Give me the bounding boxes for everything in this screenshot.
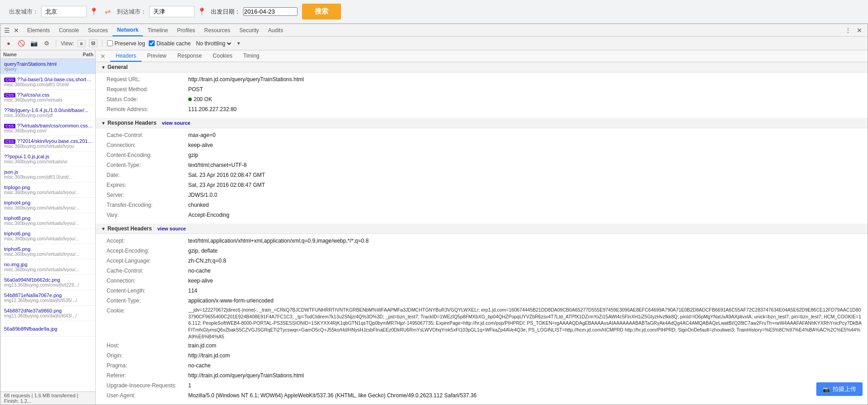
cache-control-value: max-age=0: [188, 131, 862, 139]
list-item[interactable]: 54b8872dNe37a9860.png img11.360buying.co…: [0, 306, 95, 321]
file-path: misc.360buying.com//virtuals: [4, 98, 93, 102]
response-headers-section-header[interactable]: ▼ Response Headers view source: [96, 118, 868, 128]
list-item[interactable]: CSS??ui-base/1.0/ui-base.css,shortcut/..…: [0, 74, 95, 90]
list-item[interactable]: 56a89b8fNfbaade9a.jpg: [0, 321, 95, 337]
list-item[interactable]: triplogo.png misc.360buying.com//virtual…: [0, 182, 95, 198]
list-item[interactable]: 54b8871eNa9a7067e.png img12.360buying.co…: [0, 290, 95, 306]
file-path: img11.360buying.com/da/jfs/t643/.../: [4, 313, 93, 318]
user-agent-value: Mozilla/5.0 (Windows NT 6.1; WOW64) Appl…: [188, 391, 862, 400]
from-city-input[interactable]: [41, 6, 87, 17]
tab-security[interactable]: Security: [235, 24, 263, 36]
transfer-encoding-value: chunked: [188, 201, 862, 209]
file-path: misc.360buying.com/jdf/1.0/unit/: [4, 82, 93, 87]
tab-console[interactable]: Console: [54, 24, 83, 36]
request-headers-section-header[interactable]: ▼ Request Headers view source: [96, 224, 868, 234]
from-city-label: 出发城市：: [9, 8, 39, 16]
preserve-log-checkbox[interactable]: Preserve log: [107, 40, 145, 47]
file-name: 56a89b8fNfbaade9a.jpg: [4, 326, 93, 332]
view-label: View:: [61, 40, 74, 47]
tab-sources[interactable]: Sources: [83, 24, 112, 36]
file-path: /query: [4, 67, 93, 72]
throttle-select[interactable]: No throttling Offline Slow 3G Fast 3G: [194, 40, 233, 47]
sub-tab-preview[interactable]: Preview: [141, 50, 172, 62]
detail-content: ▼ General Request URL: http://train.jd.c…: [96, 62, 868, 405]
swap-icon: ⇌: [105, 8, 111, 15]
list-item[interactable]: CSS??virtuals/train/css/common.css,virt.…: [0, 121, 95, 136]
search-button[interactable]: 搜索: [302, 4, 341, 20]
list-item[interactable]: triphot6.png misc.360buying.com//virtual…: [0, 229, 95, 244]
tab-profiles[interactable]: Profiles: [172, 24, 200, 36]
file-name: 54b8871eNa9a7067e.png: [4, 293, 93, 298]
devtools-close-icon[interactable]: ✕: [12, 26, 21, 35]
status-code-row: Status Code: 200 OK: [107, 94, 862, 104]
server-key: Server:: [107, 191, 188, 199]
connection-value: keep-alive: [188, 141, 862, 149]
tab-timeline[interactable]: Timeline: [143, 24, 172, 36]
file-name: triphot5.png: [4, 246, 93, 252]
list-item[interactable]: queryTrainStations.html /query: [0, 59, 95, 74]
server-row: Server: JDWS/1.0.0: [107, 190, 862, 200]
origin-key: Origin:: [107, 351, 188, 360]
vary-value: Accept-Encoding: [188, 211, 862, 219]
form-data-section-header[interactable]: ▼ Form Data view source view URL encoded: [96, 404, 868, 405]
more-options-icon[interactable]: ⋮: [843, 26, 853, 35]
sub-tab-headers[interactable]: Headers: [110, 50, 141, 62]
tab-network[interactable]: Network: [112, 24, 143, 36]
close-detail-button[interactable]: ✕: [98, 53, 108, 60]
connection-row: Connection: keep-alive: [107, 140, 862, 150]
sub-tab-response[interactable]: Response: [172, 50, 207, 62]
list-item[interactable]: CSS??ui/css/ui.css misc.360buying.com//v…: [0, 90, 95, 105]
tab-audits[interactable]: Audits: [263, 24, 288, 36]
sub-tab-timing[interactable]: Timing: [238, 50, 265, 62]
host-row: Host: train.jd.com: [107, 341, 862, 351]
disable-cache-checkbox[interactable]: Disable cache: [149, 40, 190, 47]
list-item[interactable]: triphot8.png misc.360buying.com//virtual…: [0, 213, 95, 229]
req-connection-row: Connection: keep-alive: [107, 276, 862, 286]
list-item[interactable]: json.js misc.360buying.com/jdf/1.0/unit/…: [0, 167, 95, 182]
list-item[interactable]: ??popui-1.0.js,jcal.js misc.360buying.co…: [0, 151, 95, 167]
request-url-row: Request URL: http://train.jd.com/query/q…: [107, 74, 862, 84]
tab-resources[interactable]: Resources: [200, 24, 234, 36]
expires-key: Expires:: [107, 181, 188, 189]
throttle-arrow: ▼: [236, 41, 241, 46]
list-item[interactable]: triphot4.png misc.360buying.com//virtual…: [0, 198, 95, 213]
devtools-tab-bar: ☰ ✕ Elements Console Sources Network Tim…: [0, 24, 868, 37]
to-city-label: 到达城市：: [117, 8, 146, 16]
camera-button[interactable]: 📷: [29, 39, 39, 48]
list-item[interactable]: CSS??2014/skin/lvyou.base.css,2015/css..…: [0, 136, 95, 151]
clear-button[interactable]: 🚫: [17, 39, 26, 48]
filter-button[interactable]: ⚙: [42, 39, 51, 48]
file-path: misc.360buying.com/: [4, 128, 93, 133]
accept-key: Accept:: [107, 237, 188, 245]
swap-button[interactable]: ⇌: [103, 7, 112, 16]
request-headers-view-source[interactable]: view source: [157, 226, 186, 231]
general-section-header[interactable]: ▼ General: [96, 62, 868, 73]
to-city-input[interactable]: [149, 6, 195, 17]
upload-button[interactable]: 📷 拍摄上传: [816, 382, 863, 396]
list-item[interactable]: triphot5.png misc.360buying.com//virtual…: [0, 244, 95, 259]
list-item[interactable]: 56a0a994Nf1b662dc.png img13.360buying.co…: [0, 275, 95, 290]
record-button[interactable]: ●: [4, 39, 13, 48]
response-headers-view-source[interactable]: view source: [162, 120, 190, 126]
file-name: ??lib/jquery-1.6.4.js,/1.0.0/unit/base/.…: [4, 107, 93, 113]
grid-view-btn[interactable]: ⊟: [89, 39, 98, 47]
status-code-value: 200 OK: [188, 95, 862, 103]
list-item[interactable]: ??lib/jquery-1.6.4.js,/1.0.0/unit/base/.…: [0, 105, 95, 121]
devtools-menu-icon[interactable]: ☰: [2, 26, 12, 35]
request-headers-title: Request Headers: [107, 225, 152, 232]
expires-row: Expires: Sat, 23 Apr 2016 02:08:47 GMT: [107, 180, 862, 190]
preserve-log-input[interactable]: [107, 40, 113, 46]
file-list-items: queryTrainStations.html /query CSS??ui-b…: [0, 59, 95, 391]
to-location-icon: 📍: [197, 7, 206, 16]
list-view-btn[interactable]: ≡: [78, 40, 85, 47]
server-value: JDWS/1.0.0: [188, 191, 862, 199]
file-path: misc.360buying.com/jdf/1.0/unit/...: [4, 175, 93, 180]
pragma-row: Pragma: no-cache: [107, 361, 862, 371]
list-item[interactable]: no-img.jpg misc.360buying.com//virtuals/…: [0, 259, 95, 275]
detach-icon[interactable]: ✕: [855, 26, 864, 35]
sub-tab-cookies[interactable]: Cookies: [207, 50, 238, 62]
date-input[interactable]: [243, 7, 297, 16]
disable-cache-input[interactable]: [149, 40, 155, 46]
tab-elements[interactable]: Elements: [23, 24, 54, 36]
file-path: img13.360buying.com/cms/jfs/t229.../: [4, 283, 93, 288]
